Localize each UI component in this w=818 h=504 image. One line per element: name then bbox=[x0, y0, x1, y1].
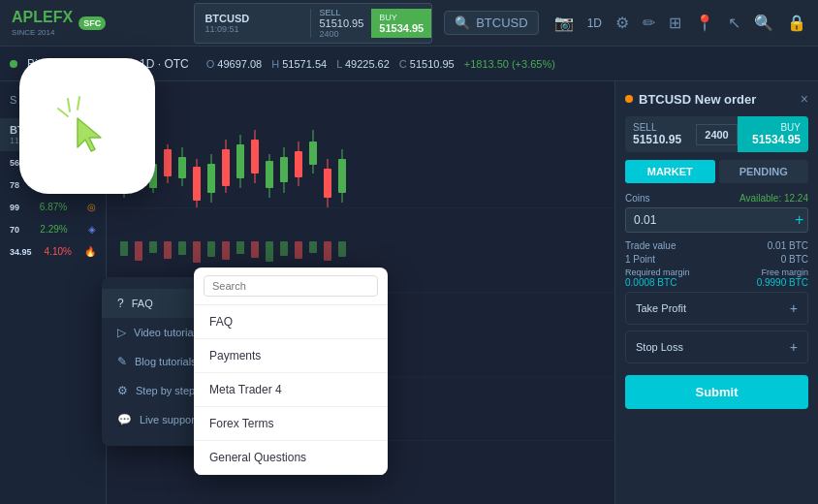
symbol-entry: BTCUSD 11:09:51 bbox=[195, 9, 311, 38]
lock-icon[interactable]: 🔒 bbox=[787, 14, 806, 32]
available-val: Available: 12.24 bbox=[739, 193, 808, 204]
close-order-button[interactable]: × bbox=[801, 91, 808, 107]
header-icons: 📷 1D ⚙ ✏ ⊞ 📍 ↖ 🔍 🔒 bbox=[554, 14, 806, 32]
timeframe-1d[interactable]: 1D bbox=[587, 16, 602, 30]
logo-since: SINCE 2014 bbox=[12, 28, 73, 37]
steps-label: Step by step bbox=[136, 385, 195, 396]
stat-change: +1813.50 (+3.65%) bbox=[464, 58, 555, 70]
stat-l: L 49225.62 bbox=[336, 58, 390, 70]
svg-line-53 bbox=[68, 99, 70, 111]
svg-rect-37 bbox=[135, 241, 142, 261]
stop-loss-label: Stop Loss bbox=[636, 341, 683, 353]
stat-o: O 49697.08 bbox=[206, 58, 263, 70]
search-icon: 🔍 bbox=[455, 16, 470, 30]
svg-rect-42 bbox=[207, 241, 215, 257]
stat-h: H 51571.54 bbox=[271, 58, 327, 70]
svg-rect-45 bbox=[251, 241, 259, 258]
svg-rect-43 bbox=[222, 241, 230, 260]
sell-side: SELL 51510.95 bbox=[625, 116, 696, 152]
faq-item-payments[interactable]: Payments bbox=[194, 339, 388, 373]
sell-label: SELL bbox=[633, 122, 688, 133]
faq-item-general[interactable]: General Questions bbox=[194, 441, 388, 475]
cursor-tool-icon[interactable]: ↖ bbox=[728, 14, 740, 32]
faq-item-metatrader[interactable]: Meta Trader 4 bbox=[194, 373, 388, 407]
support-icon: 💬 bbox=[117, 413, 132, 426]
svg-line-52 bbox=[58, 109, 68, 116]
blog-label: Blog tutorials bbox=[135, 356, 197, 367]
stat-c: C 51510.95 bbox=[399, 58, 455, 70]
coins-input[interactable] bbox=[626, 208, 787, 232]
header-bar: APLEFX SINCE 2014 SFC BTCUSD 11:09:51 SE… bbox=[0, 0, 818, 47]
buy-price-entry: 51534.95 bbox=[379, 22, 424, 34]
market-tab[interactable]: MARKET bbox=[625, 160, 715, 183]
symbol-name-entry: BTCUSD bbox=[204, 13, 300, 24]
faq-icon: ? bbox=[117, 297, 124, 310]
list-item[interactable]: 34.95 4.10% 🔥 bbox=[0, 240, 106, 263]
sell-entry: SELL 51510.95 2400 bbox=[311, 4, 371, 43]
buy-side: BUY 51534.95 bbox=[738, 116, 808, 152]
coins-plus-button[interactable]: + bbox=[787, 211, 811, 229]
search-text: BTCUSD bbox=[476, 16, 527, 30]
grid-icon[interactable]: ⊞ bbox=[669, 14, 681, 32]
svg-rect-46 bbox=[266, 241, 273, 262]
buy-label-entry: BUY bbox=[379, 13, 424, 22]
submit-button[interactable]: Submit bbox=[625, 375, 808, 409]
trade-value-label: Trade value bbox=[625, 240, 676, 251]
coins-label: Coins bbox=[625, 193, 650, 204]
order-panel: BTCUSD New order × SELL 51510.95 2400 BU… bbox=[614, 81, 818, 504]
qty-badge: 2400 bbox=[696, 124, 737, 145]
order-title-row: BTCUSD New order bbox=[625, 92, 756, 107]
order-title: BTCUSD New order bbox=[639, 92, 756, 107]
svg-rect-47 bbox=[280, 241, 288, 256]
symbol-time-entry: 11:09:51 bbox=[204, 24, 300, 34]
svg-rect-11 bbox=[164, 149, 172, 176]
app-icon-overlay bbox=[19, 58, 155, 194]
faq-item-faq[interactable]: FAQ bbox=[194, 305, 388, 339]
svg-rect-17 bbox=[207, 164, 215, 193]
svg-rect-29 bbox=[295, 151, 302, 177]
trade-value-row: Trade value 0.01 BTC bbox=[625, 240, 808, 251]
symbol-entry-bar: BTCUSD 11:09:51 SELL 51510.95 2400 BUY 5… bbox=[194, 3, 432, 44]
support-label: Live support bbox=[140, 414, 198, 425]
order-tabs: MARKET PENDING bbox=[625, 160, 808, 183]
draw-icon[interactable]: ✏ bbox=[643, 14, 655, 32]
faq-search-input[interactable] bbox=[204, 275, 378, 297]
settings-icon[interactable]: ⚙ bbox=[615, 14, 629, 32]
svg-rect-31 bbox=[309, 142, 317, 165]
svg-rect-48 bbox=[295, 241, 302, 259]
take-profit-section: Take Profit + bbox=[625, 292, 808, 325]
chart-stats: O 49697.08 H 51571.54 L 49225.62 C 51510… bbox=[206, 58, 555, 70]
search-bar[interactable]: 🔍 BTCUSD bbox=[444, 11, 538, 35]
sell-price: 51510.95 bbox=[633, 133, 688, 146]
svg-rect-21 bbox=[236, 144, 244, 178]
svg-rect-44 bbox=[236, 241, 244, 254]
list-item[interactable]: 99 6.87% ◎ bbox=[0, 196, 106, 218]
svg-rect-41 bbox=[193, 241, 201, 263]
logo-area: APLEFX SINCE 2014 SFC bbox=[12, 9, 106, 37]
svg-rect-35 bbox=[338, 159, 346, 193]
margin-row: Required margin 0.0008 BTC Free margin 0… bbox=[625, 268, 808, 288]
svg-rect-40 bbox=[178, 241, 186, 255]
coins-input-row: + bbox=[625, 207, 808, 233]
list-item[interactable]: 70 2.29% ◈ bbox=[0, 218, 106, 240]
coin2-icon: ◎ bbox=[87, 202, 96, 212]
faq-label: FAQ bbox=[132, 298, 153, 309]
chart-dot bbox=[10, 60, 17, 68]
buy-price: 51534.95 bbox=[745, 133, 801, 146]
take-profit-header[interactable]: Take Profit + bbox=[626, 293, 807, 324]
crypto-icon: ◈ bbox=[88, 224, 96, 235]
camera-icon[interactable]: 📷 bbox=[554, 14, 574, 32]
stop-loss-plus-icon: + bbox=[790, 339, 798, 355]
sell-price-entry: 51510.95 bbox=[319, 17, 363, 29]
faq-item-forex[interactable]: Forex Terms bbox=[194, 407, 388, 441]
stop-loss-section: Stop Loss + bbox=[625, 331, 808, 363]
svg-rect-33 bbox=[324, 169, 331, 198]
buy-label: BUY bbox=[745, 122, 801, 133]
zoom-icon[interactable]: 🔍 bbox=[754, 14, 773, 32]
order-dot bbox=[625, 95, 633, 103]
pin-icon[interactable]: 📍 bbox=[695, 14, 714, 32]
pending-tab[interactable]: PENDING bbox=[719, 160, 809, 183]
stop-loss-header[interactable]: Stop Loss + bbox=[626, 331, 807, 362]
svg-rect-50 bbox=[324, 241, 331, 261]
flame-icon: 🔥 bbox=[84, 246, 96, 257]
